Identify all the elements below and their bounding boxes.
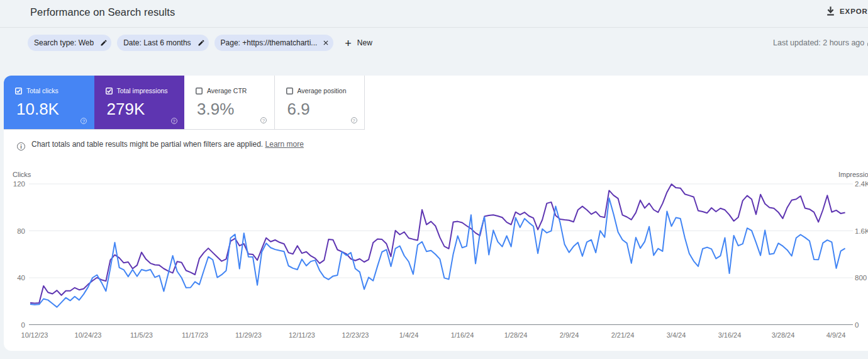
svg-text:12/23/23: 12/23/23 (342, 331, 369, 339)
svg-text:3/4/24: 3/4/24 (667, 331, 686, 339)
svg-text:0: 0 (21, 321, 25, 329)
svg-text:Clicks: Clicks (13, 171, 31, 178)
svg-text:120: 120 (13, 180, 25, 188)
svg-text:800: 800 (855, 274, 867, 282)
svg-text:10/12/23: 10/12/23 (21, 331, 48, 339)
svg-text:11/17/23: 11/17/23 (182, 331, 208, 339)
svg-text:1/28/24: 1/28/24 (504, 331, 528, 339)
svg-text:40: 40 (17, 274, 25, 282)
svg-text:2/9/24: 2/9/24 (560, 331, 579, 339)
svg-text:3/28/24: 3/28/24 (772, 331, 795, 339)
svg-text:3/16/24: 3/16/24 (718, 331, 742, 339)
svg-text:10/24/23: 10/24/23 (75, 331, 102, 339)
svg-text:11/5/23: 11/5/23 (130, 331, 153, 339)
svg-text:11/29/23: 11/29/23 (235, 331, 262, 339)
svg-text:4/9/24: 4/9/24 (826, 331, 846, 339)
svg-text:1/16/24: 1/16/24 (451, 331, 474, 339)
svg-text:2/21/24: 2/21/24 (611, 331, 635, 339)
svg-text:80: 80 (17, 227, 25, 235)
svg-text:Impressions: Impressions (838, 171, 868, 178)
svg-text:0: 0 (855, 321, 859, 329)
svg-text:12/11/23: 12/11/23 (289, 331, 315, 339)
svg-text:1/4/24: 1/4/24 (399, 331, 419, 339)
svg-text:2.4K: 2.4K (855, 180, 868, 188)
svg-text:1.6K: 1.6K (855, 227, 868, 235)
